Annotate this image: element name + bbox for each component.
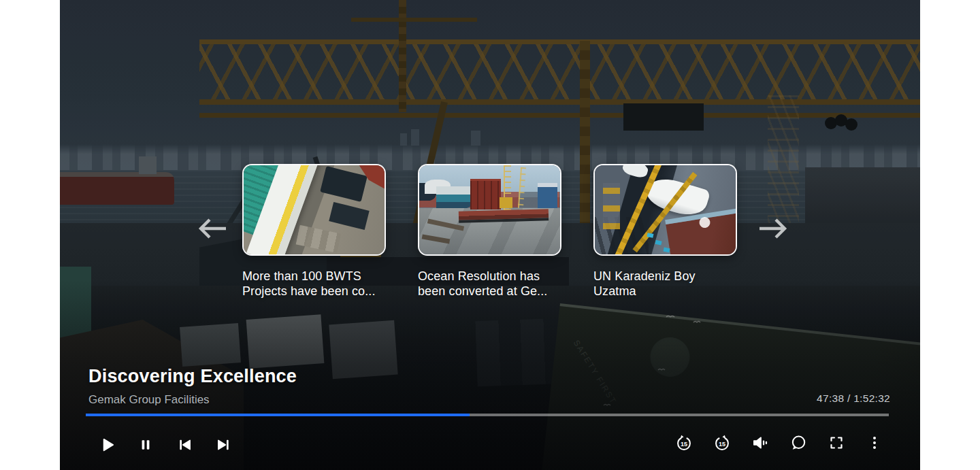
arrow-right-icon (755, 214, 794, 244)
arrow-left-icon (192, 214, 230, 244)
video-info: Discovering Excellence Gemak Group Facil… (88, 366, 297, 407)
skip-amount-label: 15 (719, 441, 725, 448)
pause-icon (139, 437, 152, 453)
thumbnail-image[interactable] (418, 164, 561, 256)
caption-line: Ocean Resolution has (418, 269, 561, 284)
next-track-icon (216, 437, 231, 453)
thumb-detail (500, 197, 512, 208)
play-icon (99, 437, 115, 453)
rewind-15-icon: 15 (675, 433, 693, 453)
thumbnail-image[interactable] (242, 164, 386, 256)
carousel-next-button[interactable] (755, 214, 794, 245)
suggestion-card[interactable]: UN Karadeniz Boy Uzatma (593, 164, 737, 299)
play-button[interactable] (98, 433, 116, 456)
caption-line: Projects have been co... (242, 284, 386, 299)
skip-amount-label: 15 (681, 441, 687, 448)
progress-fill (86, 414, 470, 416)
secondary-controls: 15 15 (675, 431, 883, 454)
progress-bar[interactable] (86, 414, 889, 416)
video-player: SAFETY FIRST More than 100 BWTS Pro (60, 0, 920, 470)
caption-line: Uzatma (593, 284, 737, 299)
pause-button[interactable] (137, 433, 154, 456)
fullscreen-button[interactable] (828, 431, 845, 454)
suggestion-card[interactable]: More than 100 BWTS Projects have been co… (242, 164, 386, 299)
thumb-detail (436, 186, 473, 209)
previous-button[interactable] (176, 433, 193, 456)
time-display: 47:38 / 1:52:32 (817, 392, 890, 405)
suggestion-card[interactable]: Ocean Resolution has been converted at G… (418, 164, 561, 299)
caption-line: UN Karadeniz Boy (593, 269, 737, 284)
caption-line: been converted at Ge... (418, 284, 561, 299)
thumb-detail (603, 183, 620, 229)
thumb-detail (647, 233, 653, 238)
card-caption: More than 100 BWTS Projects have been co… (242, 269, 386, 299)
volume-button[interactable] (751, 431, 769, 454)
forward-15-button[interactable]: 15 (713, 431, 731, 454)
kebab-menu-icon (866, 435, 883, 451)
thumb-detail (459, 209, 549, 222)
thumb-detail (538, 183, 557, 208)
comments-button[interactable] (789, 431, 807, 454)
more-options-button[interactable] (866, 431, 883, 454)
playback-controls (98, 433, 232, 456)
card-caption: UN Karadeniz Boy Uzatma (593, 269, 737, 299)
caption-line: More than 100 BWTS (242, 269, 386, 284)
video-subtitle: Gemak Group Facilities (88, 393, 297, 407)
next-button[interactable] (214, 433, 232, 456)
fullscreen-icon (828, 435, 845, 451)
card-caption: Ocean Resolution has been converted at G… (418, 269, 561, 299)
rewind-15-button[interactable]: 15 (675, 431, 693, 454)
thumbnail-image[interactable] (593, 164, 737, 256)
chat-bubble-icon (789, 434, 807, 452)
volume-icon (751, 434, 769, 452)
video-title: Discovering Excellence (88, 366, 297, 387)
previous-track-icon (177, 437, 193, 453)
suggestions-carousel: More than 100 BWTS Projects have been co… (242, 164, 737, 299)
thumb-detail (470, 179, 502, 210)
carousel-prev-button[interactable] (192, 214, 230, 245)
forward-15-icon: 15 (713, 433, 731, 453)
